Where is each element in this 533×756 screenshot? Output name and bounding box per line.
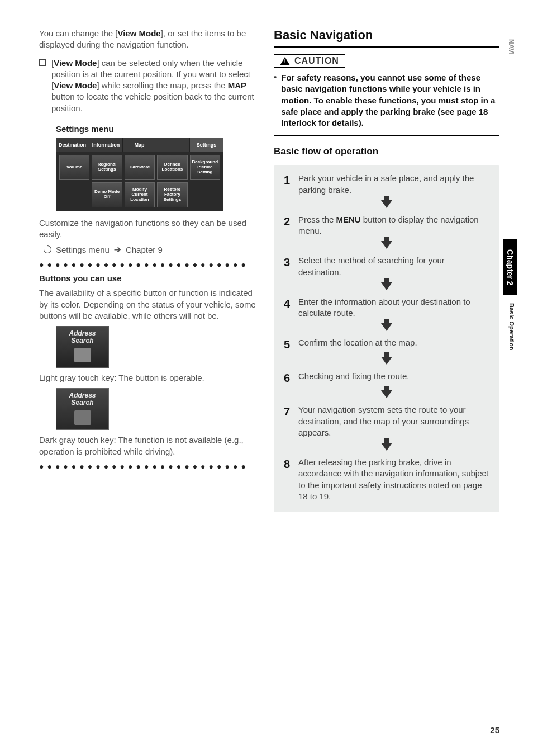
settings-tab: Map — [123, 138, 156, 152]
left-column: You can change the [View Mode], or set t… — [39, 28, 257, 512]
dark-caption: Dark gray touch key: The function is not… — [39, 434, 257, 457]
arrow-down-icon — [284, 241, 489, 251]
side-tabs: NAVI Chapter 2 Basic Operation — [503, 34, 517, 358]
step: 8 After releasing the parking brake, dri… — [284, 457, 489, 502]
arrow-down-icon — [284, 200, 489, 210]
ref-target: Chapter 9 — [126, 245, 163, 254]
separator-dots: ●●●●●●●●●●●●●●●●●●●●●●●●●● — [39, 260, 257, 269]
step-number: 1 — [284, 173, 292, 196]
settings-btn: Background Picture Setting — [190, 155, 220, 180]
settings-btn: Regional Settings — [92, 155, 122, 180]
step-text: Park your vehicle in a safe place, and a… — [298, 173, 489, 196]
step: 1 Park your vehicle in a safe place, and… — [284, 173, 489, 196]
settings-btn: Defined Locations — [157, 155, 187, 180]
settings-tab: Information — [89, 138, 123, 152]
caution-text: For safety reasons, you cannot use some … — [281, 72, 499, 129]
magnifier-icon — [74, 410, 91, 425]
side-tab-chapter: Chapter 2 — [503, 239, 517, 296]
side-tab-navi: NAVI — [503, 34, 517, 60]
step-number: 5 — [284, 337, 292, 352]
step-number: 4 — [284, 296, 292, 319]
settings-tab: Settings — [190, 138, 223, 152]
step-text: Your navigation system sets the route to… — [298, 404, 489, 438]
bullet: • — [274, 72, 277, 129]
settings-btn: Hardware — [125, 155, 155, 180]
caution-item: • For safety reasons, you cannot use som… — [274, 72, 499, 129]
section-title: Basic Navigation — [274, 28, 499, 42]
step-text: Confirm the location at the map. — [298, 337, 417, 352]
step-number: 3 — [284, 255, 292, 278]
flow-title: Basic flow of operation — [274, 146, 499, 157]
step: 3 Select the method of searching for you… — [284, 255, 489, 278]
settings-btn: Modify Current Location — [125, 182, 155, 207]
magnifier-icon — [74, 348, 91, 362]
step: 5 Confirm the location at the map. — [284, 337, 489, 352]
settings-tab: Destination — [56, 138, 89, 152]
note-row: [View Mode] can be selected only when th… — [39, 58, 257, 119]
step-number: 7 — [284, 404, 292, 438]
settings-btn: Restore Factory Settings — [157, 182, 187, 207]
note-text: [View Mode] can be selected only when th… — [51, 58, 257, 114]
arrow-down-icon — [284, 443, 489, 452]
addr-label: Search — [71, 337, 93, 344]
arrow-down-icon — [284, 282, 489, 292]
buttons-heading: Buttons you can use — [39, 273, 257, 283]
step-text: Enter the information about your destina… — [298, 296, 489, 319]
separator-dots: ●●●●●●●●●●●●●●●●●●●●●●●●●● — [39, 462, 257, 471]
right-column: Basic Navigation CAUTION • For safety re… — [274, 28, 499, 512]
step-text: Select the method of searching for your … — [298, 255, 489, 278]
settings-tab — [156, 138, 190, 152]
caution-label: CAUTION — [294, 56, 339, 66]
customize-text: Customize the navigation functions so th… — [39, 218, 257, 240]
address-search-dark: Address Search — [56, 388, 109, 430]
page-number: 25 — [490, 725, 499, 735]
buttons-body: The availability of a specific button or… — [39, 287, 257, 322]
view-mode-label: View Mode — [117, 29, 160, 38]
arrow-down-icon — [284, 323, 489, 333]
settings-menu-screenshot: Destination Information Map Settings Vol… — [56, 138, 223, 211]
step-number: 8 — [284, 457, 292, 502]
step: 2 Press the MENU button to display the n… — [284, 214, 489, 237]
ref-prefix: Settings menu — [56, 245, 110, 254]
flow-box: 1 Park your vehicle in a safe place, and… — [274, 165, 499, 512]
step-number: 6 — [284, 371, 292, 386]
note-bullet-icon — [39, 59, 46, 66]
address-search-light: Address Search — [56, 326, 109, 368]
settings-btn: Demo Mode Off — [92, 182, 122, 207]
settings-btn — [190, 182, 220, 207]
warning-icon — [280, 57, 290, 65]
caution-box: CAUTION — [274, 54, 345, 68]
step: 6 Checking and fixing the route. — [284, 371, 489, 386]
addr-label: Search — [71, 399, 93, 407]
settings-btn: Volume — [59, 155, 89, 180]
arrow-down-icon — [284, 390, 489, 400]
settings-menu-heading: Settings menu — [56, 124, 257, 134]
step: 4 Enter the information about your desti… — [284, 296, 489, 319]
arrow-down-icon — [284, 357, 489, 366]
arrow-right-icon: ➔ — [114, 244, 121, 254]
side-tab-section: Basic Operation — [503, 295, 517, 358]
step-text: After releasing the parking brake, drive… — [298, 457, 489, 502]
rule — [274, 135, 499, 136]
step: 7 Your navigation system sets the route … — [284, 404, 489, 438]
light-caption: Light gray touch key: The button is oper… — [39, 372, 257, 384]
step-text: Checking and fixing the route. — [298, 371, 409, 386]
reference-icon — [42, 244, 53, 255]
intro-text: You can change the [View Mode], or set t… — [39, 28, 257, 51]
step-text: Press the MENU button to display the nav… — [298, 214, 489, 237]
step-number: 2 — [284, 214, 292, 237]
cross-reference: Settings menu ➔ Chapter 9 — [44, 244, 257, 254]
rule — [274, 46, 499, 48]
settings-btn — [59, 182, 89, 207]
